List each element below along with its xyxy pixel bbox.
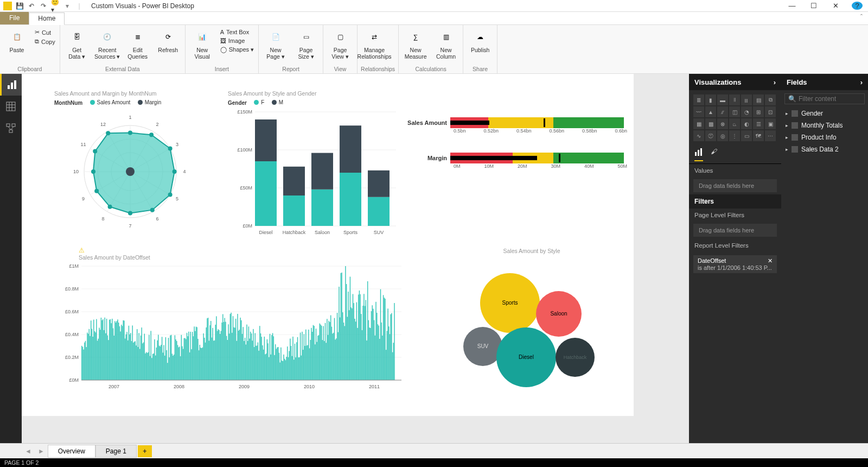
- undo-icon[interactable]: ↶: [27, 2, 36, 10]
- bubble-chart[interactable]: Sales Amount by Style Sports Saloon SUV …: [439, 248, 624, 402]
- format-tab-icon[interactable]: 🖌: [711, 148, 717, 161]
- svg-rect-145: [124, 320, 124, 380]
- viz-type-icon[interactable]: ⊡: [765, 106, 776, 117]
- field-table[interactable]: Gender: [781, 108, 868, 119]
- svg-rect-355: [317, 336, 318, 380]
- viz-type-icon[interactable]: ▲: [705, 106, 716, 117]
- page-prev-icon[interactable]: ◄: [22, 447, 35, 455]
- viz-type-icon[interactable]: ◐: [741, 118, 752, 129]
- viz-type-icon[interactable]: ◎: [717, 130, 728, 141]
- tab-file[interactable]: File: [0, 12, 29, 24]
- viz-type-icon[interactable]: ▮: [705, 94, 716, 105]
- field-table[interactable]: Product Info: [781, 131, 868, 143]
- values-drop[interactable]: Drag data fields here: [693, 179, 777, 192]
- smiley-icon[interactable]: 🙂▾: [51, 2, 60, 10]
- model-view-icon[interactable]: [0, 117, 22, 139]
- redo-icon[interactable]: ↷: [39, 2, 48, 10]
- svg-rect-274: [243, 327, 244, 380]
- visualizations-header[interactable]: Visualizations›: [689, 74, 781, 90]
- chevron-right-icon[interactable]: ›: [860, 78, 863, 86]
- fields-search-input[interactable]: [799, 95, 861, 103]
- new-measure-button[interactable]: ∑New Measure: [402, 27, 429, 60]
- viz-type-icon[interactable]: ▦: [693, 118, 704, 129]
- page-next-icon[interactable]: ►: [35, 447, 48, 455]
- page-filters-drop[interactable]: Drag data fields here: [693, 224, 777, 237]
- svg-rect-152: [130, 333, 131, 380]
- new-column-button[interactable]: ▥New Column: [432, 27, 459, 60]
- viz-type-icon[interactable]: ⋯: [765, 130, 776, 141]
- field-table[interactable]: Sales Data 2: [781, 143, 868, 155]
- textbox-button[interactable]: AText Box: [219, 28, 255, 36]
- svg-text:SUV: SUV: [477, 343, 489, 349]
- maximize-icon[interactable]: ☐: [808, 2, 819, 10]
- paste-button[interactable]: 📋 Paste: [3, 27, 30, 53]
- refresh-button[interactable]: ⟳Refresh: [155, 27, 182, 53]
- fields-tab-icon[interactable]: [694, 148, 703, 161]
- field-table[interactable]: Monthly Totals: [781, 119, 868, 131]
- viz-type-icon[interactable]: ▤: [753, 94, 764, 105]
- svg-rect-99: [81, 346, 82, 380]
- get-data-button[interactable]: 🗄Get Data ▾: [63, 27, 91, 60]
- qat-customize-icon[interactable]: ▾: [63, 2, 72, 10]
- bullet-margin[interactable]: Margin 0M10M20M30M40M50M: [401, 153, 629, 169]
- viz-type-icon[interactable]: ◔: [741, 106, 752, 117]
- filter-remove-icon[interactable]: ✕: [768, 257, 773, 264]
- viz-type-icon[interactable]: ⫽: [717, 106, 728, 117]
- fields-header[interactable]: Fields›: [781, 74, 868, 90]
- svg-rect-431: [387, 308, 388, 380]
- svg-rect-202: [176, 341, 177, 380]
- svg-rect-302: [269, 357, 269, 380]
- image-button[interactable]: 🖼Image: [219, 37, 255, 45]
- viz-type-icon[interactable]: ▬: [717, 94, 728, 105]
- new-visual-button[interactable]: 📊New Visual: [189, 27, 216, 60]
- edit-queries-button[interactable]: ≣Edit Queries: [124, 27, 151, 60]
- new-page-button[interactable]: 📄New Page ▾: [262, 27, 289, 60]
- ribbon-collapse-icon[interactable]: ˆ: [855, 12, 868, 24]
- report-canvas[interactable]: Sales Amount and Margin by MonthNum Mont…: [22, 74, 634, 416]
- viz-type-icon[interactable]: ≣: [693, 94, 704, 105]
- copy-button[interactable]: ⧉Copy: [34, 37, 56, 46]
- shapes-button[interactable]: ◯Shapes ▾: [219, 46, 255, 54]
- viz-type-icon[interactable]: ∿: [693, 130, 704, 141]
- page-tab-overview[interactable]: Overview: [48, 445, 95, 458]
- help-icon[interactable]: ?: [852, 2, 863, 10]
- viz-type-icon[interactable]: ⊗: [717, 118, 728, 129]
- viz-type-icon[interactable]: 〰: [693, 106, 704, 117]
- publish-button[interactable]: ☁Publish: [467, 27, 494, 53]
- page-size-button[interactable]: ▭Page Size ▾: [292, 27, 320, 60]
- viz-type-icon[interactable]: ▩: [705, 118, 716, 129]
- fields-search[interactable]: 🔍: [784, 93, 865, 104]
- add-page-button[interactable]: +: [138, 445, 152, 457]
- warning-icon: ⚠: [79, 247, 407, 254]
- recent-sources-button[interactable]: 🕘Recent Sources ▾: [94, 27, 121, 60]
- radar-chart[interactable]: Sales Amount and Margin by MonthNum Mont…: [54, 90, 217, 238]
- tab-home[interactable]: Home: [29, 12, 65, 25]
- minimize-icon[interactable]: —: [787, 2, 797, 10]
- viz-type-icon[interactable]: ⫼: [741, 94, 752, 105]
- data-view-icon[interactable]: [0, 96, 22, 117]
- filter-chip[interactable]: DateOffset✕ is after 1/1/2006 1:40:53 P.…: [693, 255, 777, 273]
- viz-type-icon[interactable]: ▭: [741, 130, 752, 141]
- page-tab-1[interactable]: Page 1: [95, 445, 137, 458]
- bullet-sales[interactable]: Sales Amount 0.5bn0.52bn0.54bn0.56bn0.58…: [401, 117, 629, 134]
- viz-type-icon[interactable]: 🗺: [753, 130, 764, 141]
- viz-type-icon[interactable]: ☰: [753, 118, 764, 129]
- page-view-button[interactable]: ▢Page View ▾: [327, 27, 354, 60]
- cut-button[interactable]: ✂Cut: [34, 28, 56, 36]
- line-chart[interactable]: ⚠ Sales Amount by DateOffset £0M£0.2M£0.…: [54, 247, 407, 403]
- viz-type-icon[interactable]: ⏢: [729, 118, 740, 129]
- viz-type-icon[interactable]: ⧉: [765, 94, 776, 105]
- svg-rect-117: [98, 339, 99, 380]
- viz-type-icon[interactable]: ⫴: [729, 94, 740, 105]
- viz-type-icon[interactable]: ▣: [765, 118, 776, 129]
- save-icon[interactable]: 💾: [15, 2, 24, 10]
- viz-type-icon[interactable]: ⋮: [729, 130, 740, 141]
- chevron-right-icon[interactable]: ›: [774, 78, 776, 86]
- viz-type-icon[interactable]: ⊞: [753, 106, 764, 117]
- stacked-bar-chart[interactable]: Sales Amount by Style and Gender Gender …: [228, 90, 401, 249]
- viz-type-icon[interactable]: ㊂: [705, 130, 716, 141]
- manage-relationships-button[interactable]: ⇄Manage Relationships: [361, 27, 388, 60]
- viz-type-icon[interactable]: ◫: [729, 106, 740, 117]
- close-icon[interactable]: ✕: [830, 2, 841, 10]
- report-view-icon[interactable]: [0, 74, 22, 96]
